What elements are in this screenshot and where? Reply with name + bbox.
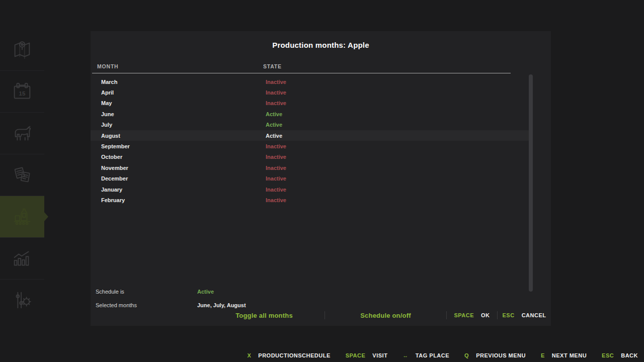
sidebar-item-settings[interactable] xyxy=(0,279,44,321)
keybind-label: VISIT xyxy=(372,352,387,358)
table-row[interactable]: SeptemberInactive xyxy=(91,141,531,151)
table-row[interactable]: AprilInactive xyxy=(91,87,531,98)
column-header-month: MONTH xyxy=(97,63,119,69)
table-row[interactable]: JulyActive xyxy=(91,120,531,130)
month-cell: September xyxy=(91,143,255,149)
sidebar-item-animals[interactable] xyxy=(0,112,44,154)
statistics-icon xyxy=(11,247,34,270)
sidebar-item-calendar[interactable]: 15 xyxy=(0,70,44,112)
state-cell: Inactive xyxy=(255,89,456,96)
table-row[interactable]: JanuaryInactive xyxy=(91,184,531,195)
screen: 15 xyxy=(0,0,644,362)
keybind-label: PREVIOUS MENU xyxy=(476,352,526,358)
month-cell: June xyxy=(91,111,255,117)
selected-months-label: Selected months xyxy=(96,302,197,308)
month-cell: November xyxy=(91,165,255,171)
esc-keycap: ESC xyxy=(503,312,515,318)
page-title: Production months: Apple xyxy=(91,41,551,49)
keybind-tag-place[interactable]: ↔ TAG PLACE xyxy=(403,352,449,358)
months-table: MarchInactive AprilInactive MayInactive … xyxy=(91,76,531,206)
sidebar-item-production[interactable] xyxy=(0,196,44,237)
state-cell: Active xyxy=(255,133,456,139)
map-icon xyxy=(11,38,34,61)
month-cell: December xyxy=(91,175,255,182)
animal-icon xyxy=(11,122,34,145)
month-cell: January xyxy=(91,187,255,193)
month-cell: February xyxy=(91,197,255,203)
sidebar-item-map[interactable] xyxy=(0,29,44,70)
space-keycap: SPACE xyxy=(454,312,474,318)
month-cell: May xyxy=(91,100,255,106)
calendar-icon: 15 xyxy=(11,80,34,103)
state-cell: Inactive xyxy=(255,154,456,160)
selected-months-value: June, July, August xyxy=(197,302,246,308)
table-row[interactable]: OctoberInactive xyxy=(91,152,531,162)
scrollbar-thumb[interactable] xyxy=(529,74,533,292)
sidebar: 15 xyxy=(0,0,44,362)
table-row[interactable]: DecemberInactive xyxy=(91,173,531,184)
key-space: SPACE xyxy=(346,352,366,358)
state-cell: Active xyxy=(255,111,456,117)
schedule-onoff-label: Schedule on/off xyxy=(360,312,411,319)
month-cell: October xyxy=(91,154,255,160)
state-cell: Inactive xyxy=(255,197,456,203)
state-cell: Inactive xyxy=(255,175,456,182)
keybind-label: TAG PLACE xyxy=(416,352,449,358)
action-bar: Toggle all months Schedule on/off SPACE … xyxy=(204,309,551,322)
state-cell: Inactive xyxy=(255,100,456,106)
table-row[interactable]: AugustActive xyxy=(91,130,531,141)
key-e: E xyxy=(541,352,545,358)
table-row[interactable]: MarchInactive xyxy=(91,76,531,87)
month-cell: August xyxy=(91,133,255,139)
month-cell: March xyxy=(91,79,255,85)
keybind-next-menu[interactable]: E NEXT MENU xyxy=(541,352,587,358)
keybind-productionschedule[interactable]: X PRODUCTIONSCHEDULE xyxy=(247,352,330,358)
header-divider xyxy=(92,73,511,73)
state-cell: Inactive xyxy=(255,143,456,149)
schedule-status-label: Schedule is xyxy=(96,289,197,295)
state-cell: Active xyxy=(255,122,456,128)
schedule-status-value: Active xyxy=(197,289,214,295)
key-esc: ESC xyxy=(602,352,614,358)
table-row[interactable]: MayInactive xyxy=(91,98,531,109)
toggle-all-months-button[interactable]: Toggle all months xyxy=(204,311,325,319)
cancel-button[interactable]: ESC CANCEL xyxy=(497,311,551,319)
month-cell: July xyxy=(91,122,255,128)
tab-arrow-icon: ↔ xyxy=(403,352,409,358)
keybind-bar: X PRODUCTIONSCHEDULE SPACE VISIT ↔ TAG P… xyxy=(0,349,644,362)
state-cell: Inactive xyxy=(255,165,456,171)
keybind-previous-menu[interactable]: Q PREVIOUS MENU xyxy=(464,352,526,358)
month-cell: April xyxy=(91,89,255,96)
keybind-label: BACK xyxy=(621,352,638,358)
ok-label: OK xyxy=(481,312,490,318)
svg-text:15: 15 xyxy=(19,90,26,97)
keybind-label: NEXT MENU xyxy=(552,352,587,358)
production-icon xyxy=(11,205,34,228)
toggle-all-months-label: Toggle all months xyxy=(235,312,293,319)
table-row[interactable]: JuneActive xyxy=(91,109,531,119)
schedule-status-row: Schedule is Active xyxy=(96,287,448,296)
column-header-state: STATE xyxy=(263,63,282,69)
keybind-back[interactable]: ESC BACK xyxy=(602,352,638,358)
sidebar-item-contracts[interactable] xyxy=(0,154,44,196)
state-cell: Inactive xyxy=(255,187,456,193)
state-cell: Inactive xyxy=(255,79,456,85)
table-header: MONTH STATE xyxy=(91,63,551,71)
production-months-panel: Production months: Apple MONTH STATE Mar… xyxy=(91,31,551,326)
contracts-icon xyxy=(11,163,34,187)
settings-icon xyxy=(11,289,34,312)
key-q: Q xyxy=(464,352,469,358)
keybind-label: PRODUCTIONSCHEDULE xyxy=(258,352,330,358)
schedule-onoff-button[interactable]: Schedule on/off xyxy=(325,311,446,319)
cancel-label: CANCEL xyxy=(522,312,546,318)
sidebar-item-statistics[interactable] xyxy=(0,237,44,279)
table-row[interactable]: FebruaryInactive xyxy=(91,195,531,205)
key-x: X xyxy=(247,352,251,358)
ok-button[interactable]: SPACE OK xyxy=(446,311,497,319)
table-row[interactable]: NovemberInactive xyxy=(91,162,531,173)
keybind-visit[interactable]: SPACE VISIT xyxy=(346,352,388,358)
scrollbar[interactable] xyxy=(528,74,533,292)
